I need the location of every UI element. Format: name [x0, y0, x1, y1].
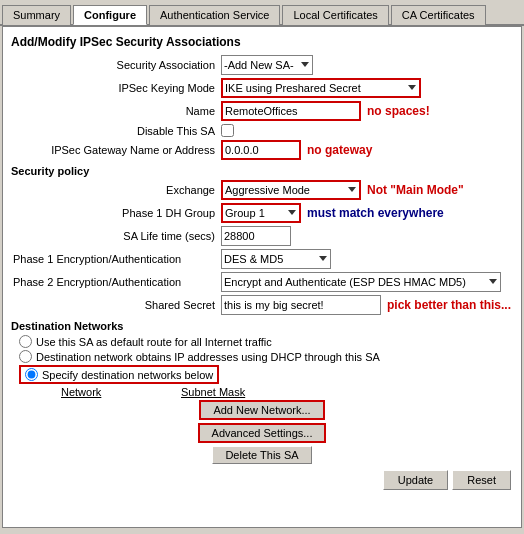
- phase1-dh-annotation: must match everywhere: [307, 206, 444, 220]
- shared-secret-label: Shared Secret: [11, 299, 221, 311]
- phase1-dh-select[interactable]: Group 1: [221, 203, 301, 223]
- security-association-row: Security Association -Add New SA-: [11, 55, 513, 75]
- reset-button[interactable]: Reset: [452, 470, 511, 490]
- name-label: Name: [11, 105, 221, 117]
- subnet-col-header: Subnet Mask: [181, 386, 245, 398]
- action-bar: Update Reset: [11, 470, 513, 490]
- security-association-select[interactable]: -Add New SA-: [221, 55, 313, 75]
- section-title: Add/Modify IPSec Security Associations: [11, 35, 513, 49]
- phase2-enc-label: Phase 2 Encryption/Authentication: [11, 276, 221, 288]
- exchange-row: Exchange Aggressive Mode Not "Main Mode": [11, 180, 513, 200]
- ipsec-keying-mode-row: IPSec Keying Mode IKE using Preshared Se…: [11, 78, 513, 98]
- sa-lifetime-label: SA Life time (secs): [11, 230, 221, 242]
- radio-default-route-row: Use this SA as default route for all Int…: [11, 335, 513, 348]
- advanced-btn-row: Advanced Settings...: [11, 423, 513, 443]
- radio-specify[interactable]: [25, 368, 38, 381]
- gateway-row: IPSec Gateway Name or Address no gateway: [11, 140, 513, 160]
- gateway-input[interactable]: [221, 140, 301, 160]
- sa-lifetime-row: SA Life time (secs): [11, 226, 513, 246]
- radio-dhcp-label: Destination network obtains IP addresses…: [36, 351, 380, 363]
- phase1-enc-select[interactable]: DES & MD5: [221, 249, 331, 269]
- phase1-dh-label: Phase 1 DH Group: [11, 207, 221, 219]
- security-policy-title: Security policy: [11, 165, 513, 177]
- radio-default-route[interactable]: [19, 335, 32, 348]
- exchange-select[interactable]: Aggressive Mode: [221, 180, 361, 200]
- gateway-label: IPSec Gateway Name or Address: [11, 144, 221, 156]
- advanced-settings-button[interactable]: Advanced Settings...: [198, 423, 327, 443]
- phase1-dh-row: Phase 1 DH Group Group 1 must match ever…: [11, 203, 513, 223]
- sa-lifetime-input[interactable]: [221, 226, 291, 246]
- add-network-button[interactable]: Add New Network...: [199, 400, 324, 420]
- radio-default-route-label: Use this SA as default route for all Int…: [36, 336, 272, 348]
- disable-sa-checkbox[interactable]: [221, 124, 234, 137]
- destination-networks-section: Destination Networks Use this SA as defa…: [11, 320, 513, 464]
- radio-dhcp-row: Destination network obtains IP addresses…: [11, 350, 513, 363]
- name-input[interactable]: [221, 101, 361, 121]
- delete-sa-btn-row: Delete This SA: [11, 446, 513, 464]
- security-association-label: Security Association: [11, 59, 221, 71]
- disable-sa-label: Disable This SA: [11, 125, 221, 137]
- phase2-enc-select[interactable]: Encrypt and Authenticate (ESP DES HMAC M…: [221, 272, 501, 292]
- exchange-label: Exchange: [11, 184, 221, 196]
- exchange-annotation: Not "Main Mode": [367, 183, 464, 197]
- phase1-enc-label: Phase 1 Encryption/Authentication: [11, 253, 221, 265]
- shared-secret-row: Shared Secret pick better than this...: [11, 295, 513, 315]
- tab-bar: Summary Configure Authentication Service…: [0, 0, 524, 26]
- tab-local-certs[interactable]: Local Certificates: [282, 5, 388, 25]
- main-panel: Add/Modify IPSec Security Associations S…: [2, 26, 522, 528]
- tab-summary[interactable]: Summary: [2, 5, 71, 25]
- delete-sa-button[interactable]: Delete This SA: [212, 446, 312, 464]
- radio-specify-highlight: Specify destination networks below: [19, 365, 219, 384]
- phase2-enc-row: Phase 2 Encryption/Authentication Encryp…: [11, 272, 513, 292]
- shared-secret-input[interactable]: [221, 295, 381, 315]
- network-col-header: Network: [61, 386, 181, 398]
- radio-specify-row: Specify destination networks below: [11, 365, 513, 384]
- ipsec-keying-mode-select[interactable]: IKE using Preshared Secret: [221, 78, 421, 98]
- name-row: Name no spaces!: [11, 101, 513, 121]
- disable-sa-row: Disable This SA: [11, 124, 513, 137]
- network-headers: Network Subnet Mask: [11, 386, 513, 398]
- dest-networks-title: Destination Networks: [11, 320, 513, 332]
- tab-auth-service[interactable]: Authentication Service: [149, 5, 280, 25]
- ipsec-keying-mode-label: IPSec Keying Mode: [11, 82, 221, 94]
- name-annotation: no spaces!: [367, 104, 430, 118]
- tab-configure[interactable]: Configure: [73, 5, 147, 25]
- phase1-enc-row: Phase 1 Encryption/Authentication DES & …: [11, 249, 513, 269]
- radio-specify-label: Specify destination networks below: [42, 369, 213, 381]
- update-button[interactable]: Update: [383, 470, 448, 490]
- add-network-btn-row: Add New Network...: [11, 400, 513, 420]
- tab-ca-certs[interactable]: CA Certificates: [391, 5, 486, 25]
- shared-secret-annotation: pick better than this...: [387, 298, 511, 312]
- gateway-annotation: no gateway: [307, 143, 372, 157]
- radio-dhcp[interactable]: [19, 350, 32, 363]
